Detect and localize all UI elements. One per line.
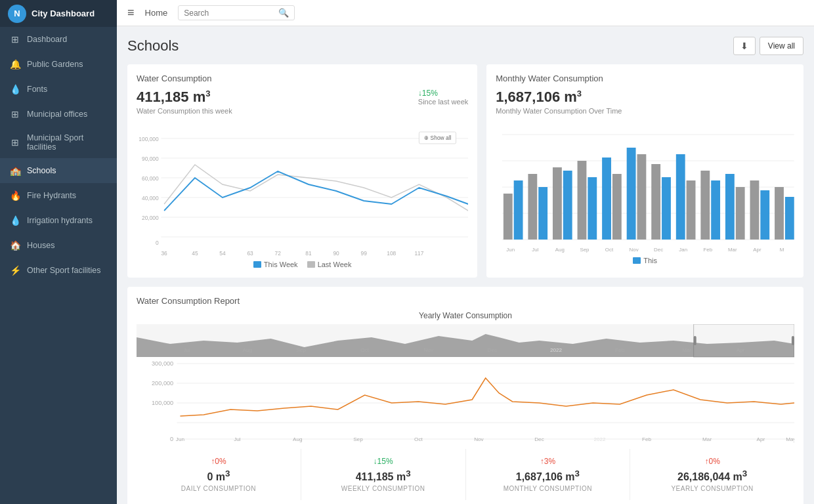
- svg-text:Feb: Feb: [704, 247, 713, 253]
- svg-text:100,000: 100,000: [152, 400, 173, 406]
- svg-text:Dec: Dec: [654, 247, 663, 253]
- sidebar-item-fonts[interactable]: 💧 Fonts: [0, 77, 117, 102]
- sidebar-item-houses[interactable]: 🏠 Houses: [0, 233, 117, 258]
- svg-text:200,000: 200,000: [152, 380, 173, 387]
- svg-text:Aug: Aug: [242, 347, 252, 353]
- svg-text:108: 108: [387, 250, 396, 257]
- home-link[interactable]: Home: [145, 8, 168, 18]
- report-chart-area: Jul Aug Sep Oct Nov Dec 2022 Feb Mar Apr: [137, 324, 794, 442]
- svg-rect-45: [701, 171, 710, 240]
- water-since-label: Since last week: [418, 98, 468, 106]
- monthly-water-value: 1,687,106 m3: [496, 89, 794, 106]
- svg-rect-48: [736, 187, 745, 240]
- monthly-bar-chart: Jun Jul Aug Sep Oct Nov Dec Jan Feb Mar …: [496, 121, 794, 253]
- water-stat-label: Water Consumption this week: [137, 107, 232, 115]
- sidebar-label-schools: Schools: [27, 166, 56, 175]
- svg-text:Sep: Sep: [580, 247, 590, 253]
- sidebar-label-other-sport: Other Sport facilities: [27, 266, 101, 275]
- svg-text:Jul: Jul: [234, 436, 241, 442]
- weekly-change: ↓15%: [307, 457, 460, 466]
- monthly-water-label: Monthly Water Consumption Over Time: [496, 107, 794, 115]
- topbar: ≡ Home 🔍: [117, 0, 814, 26]
- svg-rect-79: [792, 336, 794, 345]
- search-box: 🔍: [178, 5, 295, 20]
- water-stat-row: 411,185 m3 Water Consumption this week ↓…: [137, 89, 468, 121]
- svg-rect-44: [687, 180, 696, 240]
- svg-text:Oct: Oct: [360, 347, 369, 353]
- svg-rect-51: [775, 187, 784, 240]
- water-consumption-title: Water Consumption: [137, 74, 468, 83]
- sidebar-label-fonts: Fonts: [27, 85, 47, 94]
- svg-rect-31: [528, 174, 538, 240]
- monthly-chart-svg: Jun Jul Aug Sep Oct Nov Dec Jan Feb Mar …: [496, 121, 794, 253]
- water-chart-svg: 100,000 90,000 60,000 40,000 20,000 0 36…: [137, 125, 468, 257]
- svg-text:Jul: Jul: [183, 347, 190, 353]
- svg-rect-43: [676, 154, 685, 240]
- sidebar-label-fire-hydrants: Fire Hydrants: [27, 191, 76, 200]
- sidebar-label-dashboard: Dashboard: [27, 35, 67, 44]
- sidebar-item-municipal-offices[interactable]: ⊞ Municipal offices: [0, 102, 117, 127]
- sidebar-icon-irrigation-hydrants: 💧: [9, 215, 21, 226]
- sidebar-item-fire-hydrants[interactable]: 🔥 Fire Hydrants: [0, 183, 117, 208]
- svg-text:Mar: Mar: [682, 347, 691, 353]
- svg-rect-41: [652, 164, 661, 240]
- yearly-label: Yearly Consumption: [635, 485, 789, 492]
- svg-text:90: 90: [333, 250, 339, 257]
- viewall-button[interactable]: View all: [760, 37, 803, 55]
- download-button[interactable]: ⬇: [733, 37, 756, 55]
- svg-text:Mar: Mar: [702, 436, 712, 442]
- svg-text:Sep: Sep: [296, 347, 306, 353]
- water-change-block: ↓15% Since last week: [418, 89, 468, 106]
- search-input[interactable]: [184, 9, 276, 18]
- water-chart-legend: This Week Last Week: [137, 261, 468, 268]
- svg-text:Oct: Oct: [414, 436, 423, 442]
- stat-daily: ↑0% 0 m3 Daily Consumption: [137, 449, 301, 499]
- sidebar-item-schools[interactable]: 🏫 Schools: [0, 158, 117, 183]
- sidebar-item-municipal-sport[interactable]: ⊞ Municipal Sport facilities: [0, 127, 117, 158]
- svg-rect-37: [602, 158, 611, 240]
- sidebar-item-other-sport[interactable]: ⚡ Other Sport facilities: [0, 258, 117, 283]
- sidebar: N City Dashboard ⊞ Dashboard 🔔 Public Ga…: [0, 0, 117, 504]
- svg-rect-29: [503, 194, 513, 240]
- svg-text:Jun: Jun: [176, 436, 184, 442]
- page-title: Schools: [127, 37, 179, 54]
- svg-text:63: 63: [247, 250, 253, 257]
- sidebar-item-public-gardens[interactable]: 🔔 Public Gardens: [0, 52, 117, 77]
- svg-text:Jun: Jun: [507, 247, 515, 253]
- app-title: City Dashboard: [32, 9, 95, 18]
- yearly-change: ↑0%: [635, 457, 789, 466]
- sidebar-header: N City Dashboard: [0, 0, 117, 27]
- svg-text:M: M: [780, 247, 784, 253]
- sidebar-icon-fonts: 💧: [9, 83, 21, 95]
- svg-rect-30: [514, 180, 523, 240]
- daily-label: Daily Consumption: [142, 485, 295, 492]
- sidebar-icon-schools: 🏫: [9, 165, 21, 177]
- monthly-water-title: Monthly Water Consumption: [496, 74, 794, 83]
- stat-weekly: ↓15% 411,185 m3 Weekly Consumption: [301, 449, 466, 499]
- page-actions: ⬇ View all: [733, 37, 803, 55]
- stat-monthly: ↑3% 1,687,106 m3 Monthly Consumption: [466, 449, 631, 499]
- svg-text:100,000: 100,000: [139, 136, 159, 142]
- stat-yearly: ↑0% 26,186,044 m3 Yearly Consumption: [630, 449, 794, 499]
- page-header: Schools ⬇ View all: [127, 37, 803, 55]
- stats-footer: ↑0% 0 m3 Daily Consumption ↓15% 411,185 …: [137, 449, 794, 499]
- svg-text:54: 54: [219, 250, 226, 257]
- svg-text:Dec: Dec: [534, 436, 544, 442]
- report-title: Water Consumption Report: [137, 296, 794, 306]
- sidebar-item-dashboard[interactable]: ⊞ Dashboard: [0, 27, 117, 52]
- svg-rect-50: [761, 190, 770, 240]
- water-stat-value: 411,185 m3: [137, 89, 232, 106]
- app-logo: N: [8, 5, 26, 23]
- svg-text:40,000: 40,000: [142, 195, 159, 201]
- svg-rect-39: [627, 148, 636, 240]
- svg-text:Feb: Feb: [615, 347, 625, 353]
- svg-text:36: 36: [161, 250, 167, 257]
- sidebar-item-irrigation-hydrants[interactable]: 💧 Irrigation hydrants: [0, 208, 117, 233]
- monthly-chart-legend: This: [496, 257, 794, 264]
- monthly-change: ↑3%: [471, 457, 625, 466]
- top-cards-row: Water Consumption 411,185 m3 Water Consu…: [127, 64, 803, 278]
- svg-rect-40: [637, 154, 647, 240]
- svg-rect-36: [588, 177, 597, 240]
- svg-text:Nov: Nov: [423, 347, 433, 353]
- menu-icon[interactable]: ≡: [127, 6, 135, 20]
